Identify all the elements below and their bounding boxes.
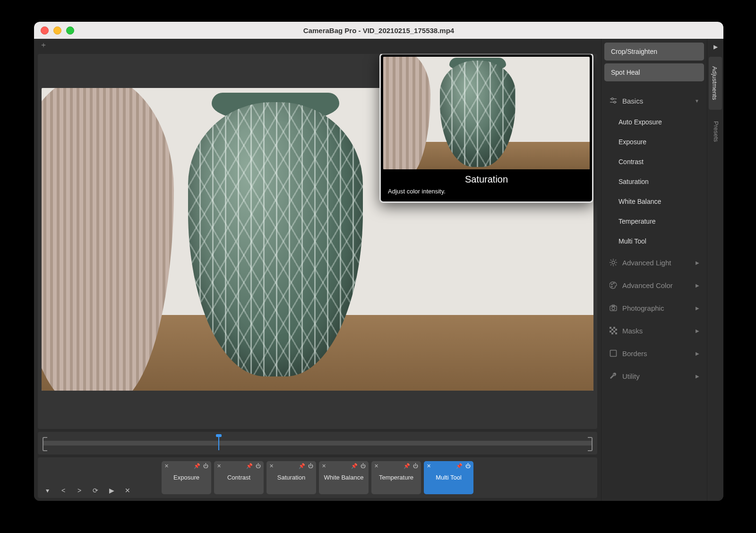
close-icon[interactable]: ✕	[269, 463, 274, 469]
section-basics[interactable]: Basics ▼	[604, 91, 704, 111]
stop-button[interactable]: ✕	[124, 487, 131, 494]
basics-contrast[interactable]: Contrast	[604, 153, 704, 170]
tab-presets[interactable]: Presets	[707, 112, 723, 151]
section-utility[interactable]: Utility ▶	[604, 366, 704, 386]
tab-adjustments[interactable]: Adjustments	[709, 57, 722, 110]
pin-icon[interactable]: 📌	[404, 463, 410, 469]
svg-point-3	[614, 101, 616, 103]
pin-icon[interactable]: 📌	[246, 463, 253, 469]
close-window-button[interactable]	[41, 26, 49, 35]
basics-temperature[interactable]: Temperature	[604, 213, 704, 230]
chip-label: Saturation	[277, 474, 305, 481]
svg-rect-26	[615, 332, 617, 334]
section-masks[interactable]: Masks ▶	[604, 321, 704, 341]
chip-label: White Balance	[324, 474, 364, 481]
playhead[interactable]	[218, 436, 219, 450]
collapse-panel-button[interactable]: ▶	[707, 39, 723, 55]
basics-white-balance[interactable]: White Balance	[604, 193, 704, 210]
section-photographic[interactable]: Photographic ▶	[604, 298, 704, 318]
checker-icon	[609, 326, 618, 335]
section-label: Advanced Light	[622, 259, 671, 267]
section-advanced-light[interactable]: Advanced Light ▶	[604, 253, 704, 272]
section-borders[interactable]: Borders ▶	[604, 343, 704, 363]
basics-auto-exposure[interactable]: Auto Exposure	[604, 114, 704, 131]
section-label: Utility	[622, 372, 640, 380]
power-icon[interactable]: ⏻	[308, 463, 313, 469]
basics-multi-tool[interactable]: Multi Tool	[604, 233, 704, 250]
svg-point-17	[612, 307, 615, 310]
window-controls	[41, 26, 74, 35]
trim-end-handle[interactable]	[588, 437, 593, 451]
tooltip-title: Saturation	[383, 174, 590, 185]
timeline[interactable]	[38, 432, 597, 454]
chip-exposure[interactable]: ✕📌⏻ Exposure	[162, 461, 211, 494]
playback-controls: ▾ < > ⟳ ▶ ✕	[43, 487, 131, 494]
section-label: Advanced Color	[622, 281, 673, 289]
svg-rect-22	[615, 329, 617, 331]
basics-exposure[interactable]: Exposure	[604, 133, 704, 150]
chip-white-balance[interactable]: ✕📌⏻ White Balance	[319, 461, 369, 494]
chevron-right-icon: ▶	[696, 351, 699, 356]
power-icon[interactable]: ⏻	[203, 463, 208, 469]
palette-icon	[609, 281, 618, 289]
close-icon[interactable]: ✕	[374, 463, 378, 469]
svg-line-12	[610, 264, 611, 265]
svg-rect-20	[613, 327, 615, 329]
close-icon[interactable]: ✕	[164, 463, 169, 469]
adjustment-tooltip: Saturation Adjust color intensity.	[379, 54, 593, 203]
titlebar: CameraBag Pro - VID_20210215_175538.mp4	[34, 22, 723, 39]
power-icon[interactable]: ⏻	[256, 463, 261, 469]
camera-icon	[609, 304, 618, 312]
svg-rect-24	[613, 331, 615, 332]
next-frame-button[interactable]: >	[76, 487, 83, 494]
basics-saturation[interactable]: Saturation	[604, 173, 704, 190]
chip-temperature[interactable]: ✕📌⏻ Temperature	[371, 461, 421, 494]
chip-saturation[interactable]: ✕📌⏻ Saturation	[266, 461, 316, 494]
tooltip-description: Adjust color intensity.	[383, 188, 590, 196]
pin-icon[interactable]: 📌	[299, 463, 305, 469]
prev-frame-button[interactable]: <	[60, 487, 67, 494]
chip-label: Exposure	[173, 474, 199, 481]
svg-line-10	[615, 264, 616, 265]
pin-icon[interactable]: 📌	[456, 463, 463, 469]
chip-label: Contrast	[227, 474, 250, 481]
loop-button[interactable]: ⟳	[92, 487, 99, 494]
chevron-right-icon: ▶	[696, 260, 699, 265]
zoom-window-button[interactable]	[66, 26, 74, 35]
svg-rect-27	[610, 350, 617, 357]
crop-straighten-button[interactable]: Crop/Straighten	[604, 43, 704, 61]
section-advanced-color[interactable]: Advanced Color ▶	[604, 275, 704, 295]
svg-point-1	[611, 98, 613, 100]
chip-label: Multi Tool	[436, 474, 462, 481]
power-icon[interactable]: ⏻	[361, 463, 366, 469]
close-icon[interactable]: ✕	[427, 463, 431, 469]
svg-point-14	[613, 283, 614, 284]
power-icon[interactable]: ⏻	[413, 463, 418, 469]
play-button[interactable]: ▶	[108, 487, 115, 494]
power-icon[interactable]: ⏻	[465, 463, 471, 469]
side-tab-strip: ▶ Adjustments Presets	[707, 39, 723, 501]
section-label: Basics	[622, 97, 643, 105]
add-tab-button[interactable]: ＋	[40, 40, 47, 50]
pin-icon[interactable]: 📌	[194, 463, 200, 469]
chip-contrast[interactable]: ✕📌⏻ Contrast	[214, 461, 264, 494]
collapse-tray-icon[interactable]: ▾	[43, 487, 51, 494]
image-viewport[interactable]: Saturation Adjust color intensity.	[38, 54, 597, 429]
svg-point-4	[612, 261, 615, 264]
adjustments-panel: Crop/Straighten Spot Heal Basics ▼ Auto …	[601, 39, 707, 501]
sliders-icon	[609, 96, 618, 105]
spot-heal-button[interactable]: Spot Heal	[604, 63, 704, 81]
minimize-window-button[interactable]	[53, 26, 61, 35]
close-icon[interactable]: ✕	[322, 463, 326, 469]
pin-icon[interactable]: 📌	[351, 463, 358, 469]
document-tab-bar: ＋	[34, 39, 601, 51]
svg-rect-23	[610, 331, 611, 332]
chip-multi-tool[interactable]: ✕📌⏻ Multi Tool	[424, 461, 473, 494]
svg-line-9	[610, 260, 611, 261]
chevron-down-icon: ▼	[695, 98, 699, 104]
trim-start-handle[interactable]	[43, 437, 47, 451]
section-label: Borders	[622, 350, 647, 358]
close-icon[interactable]: ✕	[217, 463, 221, 469]
timeline-track[interactable]	[43, 441, 593, 446]
tooltip-preview-image	[383, 57, 590, 169]
